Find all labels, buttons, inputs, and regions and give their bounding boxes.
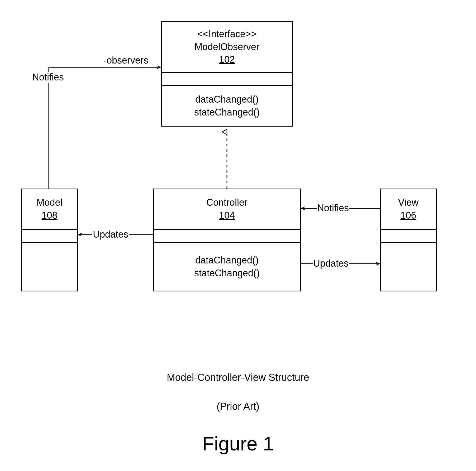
class-number: 102: [219, 53, 235, 66]
caption-line-1: Model-Controller-View Structure: [0, 372, 476, 383]
class-number: 104: [219, 209, 235, 222]
diagram-canvas: <<Interface>> ModelObserver 102 dataChan…: [0, 0, 476, 471]
uml-box-modelobserver: <<Interface>> ModelObserver 102 dataChan…: [161, 21, 293, 127]
method: dataChanged(): [195, 93, 259, 106]
edge-label-updates-left: Updates: [92, 229, 129, 240]
edge-label-notifies-left: Notifies: [32, 72, 64, 83]
class-name: Model: [36, 196, 62, 209]
edge-label-notifies-right: Notifies: [317, 203, 349, 214]
class-number: 108: [41, 209, 57, 222]
figure-label: Figure 1: [0, 432, 476, 455]
method: stateChanged(): [194, 106, 260, 119]
class-name: Controller: [206, 196, 247, 209]
class-name: View: [398, 196, 418, 209]
method: stateChanged(): [194, 267, 260, 280]
class-number: 106: [400, 209, 416, 222]
uml-box-model: Model 108: [21, 189, 78, 291]
edge-label-observers: -observers: [103, 55, 149, 66]
uml-box-controller: Controller 104 dataChanged() stateChange…: [153, 189, 301, 291]
method: dataChanged(): [195, 254, 259, 267]
edge-label-updates-right: Updates: [313, 258, 349, 269]
caption-line-2: (Prior Art): [0, 401, 476, 412]
class-name: ModelObserver: [194, 41, 259, 54]
uml-box-view: View 106: [380, 189, 437, 291]
stereotype-label: <<Interface>>: [197, 28, 256, 41]
